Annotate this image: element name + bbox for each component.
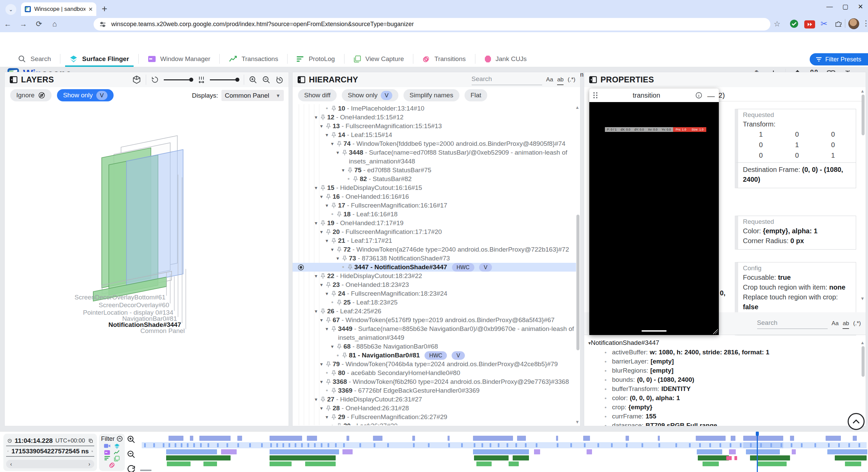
- match-word-icon[interactable]: ab: [557, 76, 564, 85]
- ns-time-row[interactable]: 1715339054227572545 ns: [6, 446, 94, 457]
- bookmark-star-icon[interactable]: ☆: [774, 20, 781, 28]
- hierarchy-row-80[interactable]: •80 - ace6abb SecondaryHomeHandle0#80: [293, 369, 576, 377]
- expand-arrow-icon[interactable]: ▾: [323, 201, 331, 210]
- zoom-in-icon[interactable]: [249, 76, 257, 84]
- property-item-activeBuffer[interactable]: •activeBuffer:w: 1080, h: 2400, stride: …: [588, 348, 860, 357]
- window-manager-icon[interactable]: [104, 450, 110, 455]
- hierarchy-row-13[interactable]: ▾13 - FullscreenMagnification:15:15#13: [293, 122, 576, 131]
- expand-arrow-icon[interactable]: ▾: [312, 307, 320, 316]
- hierarchy-row-3368[interactable]: ▾3368 - WindowToken{f6b2f60 type=2024 an…: [293, 377, 576, 386]
- maximize-icon[interactable]: ▢: [842, 3, 848, 11]
- hierarchy-row-12[interactable]: ▾12 - OneHanded:15:15#12: [293, 113, 576, 122]
- layer-label[interactable]: ScreenDecorOverlay#60: [99, 301, 169, 309]
- timeline-hscroll[interactable]: ‹ ›: [6, 460, 94, 468]
- hierarchy-row-68[interactable]: ▾68 - 885b63e NavigationBar0#68: [293, 342, 576, 351]
- expand-arrow-icon[interactable]: ▾: [317, 404, 326, 413]
- hierarchy-row-3448[interactable]: ▾3448 - Surface(name=ed70f88 StatusBar)/…: [293, 148, 576, 166]
- tab-search[interactable]: Search: [9, 51, 60, 67]
- show-only-v-button[interactable]: Show only V: [342, 89, 398, 101]
- expand-arrow-icon[interactable]: ▾: [317, 316, 326, 324]
- timeline-reset-zoom-icon[interactable]: [127, 465, 136, 472]
- tab-view-capture[interactable]: View Capture: [344, 51, 413, 67]
- hierarchy-row-18[interactable]: •18 - Leaf:16:16#18: [293, 210, 576, 219]
- timeline-cursor-handle[interactable]: [756, 432, 759, 436]
- tab-transitions[interactable]: Transitions: [413, 51, 475, 67]
- browser-menu-icon[interactable]: ⋮: [862, 19, 868, 28]
- hierarchy-row-3449[interactable]: ▾3449 - Surface(name=885b63e NavigationB…: [293, 324, 576, 342]
- minimap-window[interactable]: [743, 442, 783, 448]
- rotation-icon[interactable]: [151, 76, 159, 84]
- expand-arrow-icon[interactable]: ▾: [323, 236, 331, 245]
- show-diff-button[interactable]: Show diff: [298, 89, 337, 101]
- scroll-right-icon[interactable]: ›: [88, 461, 90, 467]
- hierarchy-row-73[interactable]: ▾73 - 8736138 NotificationShade#73: [293, 254, 576, 263]
- hierarchy-row-23[interactable]: ▾23 - OneHanded:18:23#23: [293, 280, 576, 289]
- expand-arrow-icon[interactable]: ▾: [323, 131, 331, 139]
- flat-button[interactable]: Flat: [465, 89, 488, 101]
- expand-arrow-icon[interactable]: ▾: [312, 219, 320, 228]
- home-icon[interactable]: ⌂: [47, 20, 62, 28]
- 3d-view-icon[interactable]: [132, 75, 141, 84]
- match-case-icon[interactable]: Aa: [832, 320, 839, 329]
- tab-surface-flinger[interactable]: Surface Flinger: [60, 51, 138, 67]
- hierarchy-row-67[interactable]: ▾67 - WindowToken{e5176f9 type=2019 andr…: [293, 316, 576, 324]
- hierarchy-search-input[interactable]: [472, 75, 542, 85]
- expand-arrow-icon[interactable]: ▾: [317, 122, 326, 131]
- properties-scrollbar[interactable]: [862, 95, 865, 135]
- property-item-bounds[interactable]: •bounds:(0, 0) - (1080, 2400): [588, 375, 860, 385]
- reload-icon[interactable]: ⟳: [31, 20, 47, 28]
- copy-icon[interactable]: [92, 448, 93, 455]
- timeline-scrollbar[interactable]: [140, 470, 152, 471]
- extension-scissors-icon[interactable]: ✂: [821, 19, 827, 28]
- property-item-crop[interactable]: •crop:{empty}: [588, 403, 860, 412]
- human-time-row[interactable]: 11:04:14.228 UTC+00:00: [6, 436, 94, 446]
- expand-arrow-icon[interactable]: ▾: [317, 360, 326, 369]
- scroll-down-icon[interactable]: ▼: [575, 419, 579, 425]
- show-only-v-button[interactable]: Show only V: [57, 89, 114, 101]
- back-icon[interactable]: ←: [0, 20, 16, 28]
- match-case-icon[interactable]: Aa: [546, 76, 553, 85]
- screen-recording-icon[interactable]: [104, 443, 111, 449]
- close-icon[interactable]: ✕: [858, 3, 863, 11]
- extension-green-icon[interactable]: [789, 19, 799, 28]
- property-item-bufferTransform[interactable]: •bufferTransform:IDENTITY: [588, 385, 860, 394]
- tab-protolog[interactable]: ProtoLog: [288, 51, 344, 67]
- hierarchy-row-25[interactable]: •25 - Leaf:18:23#25: [293, 298, 576, 307]
- hierarchy-row-79[interactable]: ▾79 - WindowToken{7046b4a type=2024 andr…: [293, 360, 576, 369]
- zoom-out-icon[interactable]: [262, 76, 271, 84]
- scroll-up-icon[interactable]: ▲: [860, 88, 865, 94]
- scroll-up-icon[interactable]: ▲: [860, 340, 865, 345]
- property-item-dataspace[interactable]: •dataspace:BT709 sRGB Full range: [588, 421, 860, 426]
- resize-handle[interactable]: [713, 329, 718, 334]
- profile-avatar[interactable]: [848, 18, 859, 29]
- expand-arrow-icon[interactable]: ▾: [328, 245, 336, 254]
- hierarchy-row-72[interactable]: ▾72 - WindowToken{a2746de type=2040 andr…: [293, 245, 576, 254]
- minimize-icon[interactable]: —: [707, 92, 715, 101]
- scroll-left-icon[interactable]: ‹: [10, 461, 12, 467]
- hierarchy-row-82[interactable]: •82 - StatusBar#82: [293, 175, 576, 183]
- hierarchy-row-81[interactable]: •81 - NavigationBar0#81HWCV: [293, 351, 576, 360]
- displays-dropdown[interactable]: Common Panel▼: [221, 90, 284, 101]
- property-item-currFrame[interactable]: •currFrame:155: [588, 412, 860, 421]
- expand-arrow-icon[interactable]: ▾: [328, 139, 336, 148]
- property-item-color[interactable]: •color:(0, 0, 0), alpha: 1: [588, 394, 860, 403]
- hierarchy-row-74[interactable]: ▾74 - WindowToken{fdddbe6 type=2000 andr…: [293, 139, 576, 148]
- property-item-blurRegions[interactable]: •blurRegions:[empty]: [588, 366, 860, 375]
- filter-presets-button[interactable]: Filter Presets: [810, 53, 868, 65]
- timeline-zoom-out-icon[interactable]: [127, 450, 136, 459]
- address-bar[interactable]: winscope.teams.x20web.corp.google.com/pr…: [94, 18, 770, 31]
- hierarchy-row-30[interactable]: •30 - Leaf:26:27#30: [293, 421, 576, 425]
- layer-label[interactable]: Common Panel: [140, 327, 185, 335]
- hierarchy-row-3447[interactable]: •3447 - NotificationShade#3447HWCV: [293, 263, 576, 272]
- browser-tab[interactable]: Winscope | sandbox-FAIl ✕: [21, 2, 96, 16]
- expand-arrow-icon[interactable]: ▾: [334, 254, 342, 263]
- expand-arrow-icon[interactable]: ▾: [328, 342, 336, 351]
- spacing-icon[interactable]: [198, 76, 205, 84]
- expand-arrow-icon[interactable]: ▾: [312, 272, 320, 280]
- hierarchy-row-29[interactable]: ▾29 - FullscreenMagnification:26:27#29: [293, 413, 576, 421]
- expand-arrow-icon[interactable]: ▾: [312, 183, 320, 192]
- copy-icon[interactable]: [88, 437, 93, 444]
- expand-arrow-icon[interactable]: ▾: [334, 148, 342, 157]
- panel-dock-icon[interactable]: [297, 76, 305, 84]
- hierarchy-row-27[interactable]: ▾27 - HideDisplayCutout:26:31#27: [293, 395, 576, 404]
